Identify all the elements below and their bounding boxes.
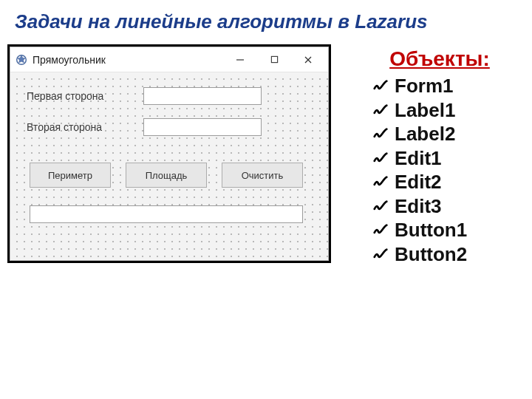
app-window: Прямоугольник Первая сторона Вторая bbox=[10, 47, 329, 261]
titlebar: Прямоугольник bbox=[10, 47, 328, 72]
check-icon bbox=[372, 149, 389, 166]
area-button[interactable]: Площадь bbox=[126, 163, 207, 188]
close-button[interactable] bbox=[291, 49, 325, 71]
label-side1: Первая сторона bbox=[27, 90, 103, 102]
window-title: Прямоугольник bbox=[33, 54, 106, 66]
check-icon bbox=[372, 221, 389, 237]
list-item: Label1 bbox=[372, 98, 525, 123]
check-icon bbox=[372, 173, 389, 189]
label-side2: Вторая сторона bbox=[27, 121, 102, 133]
app-icon bbox=[15, 53, 28, 66]
edit1[interactable] bbox=[143, 87, 262, 105]
list-item-label: Edit1 bbox=[395, 147, 442, 169]
maximize-button[interactable] bbox=[257, 49, 291, 71]
list-item-label: Label1 bbox=[395, 99, 455, 121]
list-item: Button1 bbox=[372, 218, 525, 242]
check-icon bbox=[372, 245, 389, 262]
list-item: Edit3 bbox=[372, 194, 525, 219]
list-item: Form1 bbox=[372, 74, 525, 98]
list-item: Button2 bbox=[372, 242, 525, 267]
check-icon bbox=[372, 125, 389, 141]
list-item-label: Edit2 bbox=[395, 171, 442, 193]
list-item-label: Button2 bbox=[395, 243, 467, 265]
list-item-label: Form1 bbox=[395, 75, 453, 97]
check-icon bbox=[372, 77, 389, 93]
list-item-label: Button1 bbox=[395, 219, 467, 241]
objects-panel: Объекты: Form1 Label1 Label2 Edit1 Edit2… bbox=[355, 47, 525, 266]
objects-heading: Объекты: bbox=[355, 47, 525, 71]
edit3[interactable] bbox=[30, 205, 303, 223]
svg-rect-2 bbox=[271, 56, 277, 62]
clear-button[interactable]: Очистить bbox=[222, 163, 303, 188]
window-frame: Прямоугольник Первая сторона Вторая bbox=[7, 44, 331, 263]
list-item-label: Edit3 bbox=[395, 195, 442, 217]
list-item-label: Label2 bbox=[395, 123, 455, 145]
list-item: Edit2 bbox=[372, 170, 525, 194]
edit2[interactable] bbox=[143, 118, 262, 136]
check-icon bbox=[372, 101, 389, 117]
list-item: Edit1 bbox=[372, 146, 525, 171]
page-title: Задачи на линейные алгоритмы в Lazarus bbox=[15, 10, 517, 33]
minimize-button[interactable] bbox=[223, 49, 257, 71]
check-icon bbox=[372, 197, 389, 214]
objects-list: Form1 Label1 Label2 Edit1 Edit2 Edit3 Bu… bbox=[355, 74, 525, 266]
list-item: Label2 bbox=[372, 122, 525, 146]
perimeter-button[interactable]: Периметр bbox=[30, 163, 111, 188]
form-designer: Первая сторона Вторая сторона Периметр П… bbox=[10, 72, 328, 260]
